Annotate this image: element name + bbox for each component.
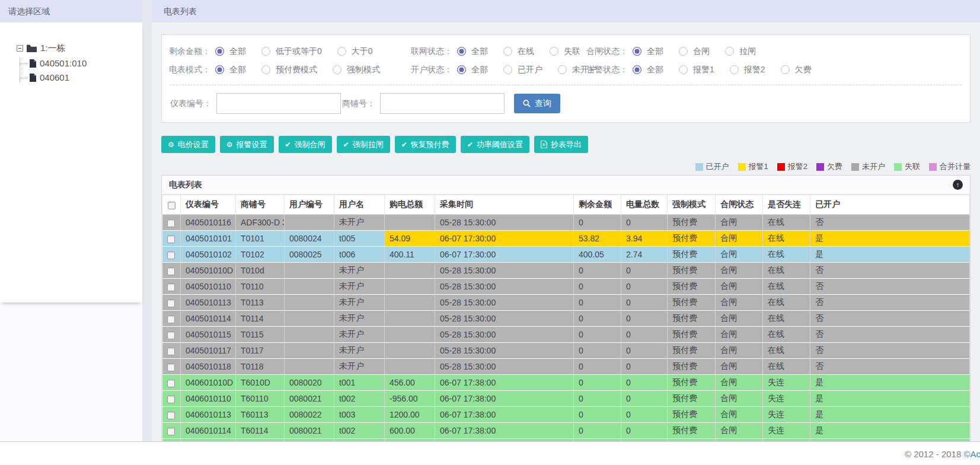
row-checkbox[interactable] [167,364,175,371]
row-checkbox[interactable] [167,219,175,227]
row-checkbox[interactable] [167,332,175,339]
radio-option[interactable]: 在线 [503,46,534,57]
legend-label: 失联 [905,161,920,172]
legend-swatch [695,163,703,171]
column-header-强制模式: 强制模式 [668,195,716,215]
radio-icon [725,47,734,56]
row-checkbox[interactable] [167,316,175,323]
row-checkbox[interactable] [167,267,175,275]
radio-option[interactable]: 全部 [457,65,488,75]
collapse-up-icon[interactable]: ↑ [953,180,963,190]
cell-已开户: 是 [810,391,970,407]
toolbar-button-报警设置[interactable]: ⚙报警设置 [220,136,274,153]
filter-group-label: 联网状态： [407,46,452,57]
radio-option[interactable]: 大于0 [337,46,373,57]
row-checkbox[interactable] [167,284,175,291]
cell-已开户: 否 [810,311,970,327]
radio-option[interactable]: 全部 [215,46,246,57]
legend-swatch [894,163,902,171]
row-checkbox[interactable] [167,348,175,355]
check-icon: ✔ [285,141,291,148]
radio-option-label: 大于0 [352,46,373,57]
cell-是否失连: 在线 [763,311,810,327]
cell-用户名: 未开户 [334,359,385,375]
legend-swatch [929,163,937,171]
cell-已开户: 否 [810,359,970,375]
cell-已开户: 否 [810,263,970,279]
tree-leaf-meter[interactable]: 040601 [20,72,142,82]
cell-购电总额 [385,263,435,279]
content: 剩余金额：全部低于或等于0大于0联网状态：全部在线失联合闸状态：全部合闸拉闸电表… [152,23,980,456]
toolbar-button-电价设置[interactable]: ⚙电价设置 [161,136,215,153]
row-checkbox[interactable] [167,300,175,307]
cell-电量总数: 0 [621,391,668,407]
toolbar-button-功率阈值设置[interactable]: ✔功率阈值设置 [461,136,529,153]
search-button[interactable]: 查询 [514,94,560,113]
toolbar-button-label: 强制拉闸 [353,139,384,150]
radio-option[interactable]: 全部 [215,65,246,75]
radio-option[interactable]: 预付费模式 [261,65,317,75]
cell-已开户: 否 [810,343,970,359]
toolbar-button-强制拉闸[interactable]: ✔强制拉闸 [337,136,390,153]
meter-no-input[interactable] [216,93,341,114]
radio-option[interactable]: 全部 [633,65,663,75]
toolbar-button-抄表导出[interactable]: 抄表导出 [534,136,588,153]
cell-用户名: t002 [334,391,385,407]
radio-option[interactable]: 报警1 [679,65,714,75]
tree-node-building[interactable]: 1:一栋 [17,43,142,54]
row-checkbox[interactable] [167,251,175,259]
legend-label: 欠费 [827,161,842,172]
legend-item: 已开户 [695,161,729,172]
cell-采集时间: 05-28 15:30:00 [435,263,574,279]
legend-item: 报警2 [777,161,807,172]
folder-icon [27,44,37,52]
toolbar-button-恢复预付费[interactable]: ✔恢复预付费 [395,136,456,153]
radio-option-label: 合闸 [693,46,710,57]
tree-collapse-icon[interactable] [17,45,23,52]
cell-用户编号 [285,343,334,359]
cell-剩余金额: 0 [574,407,621,423]
brand-link[interactable]: ©Acr [963,449,980,459]
cell-电量总数: 0 [621,279,668,295]
tree-leaf-meter[interactable]: 040501:010 [20,58,142,68]
cell-合闸状态: 合闸 [716,279,763,295]
radio-option[interactable]: 全部 [633,46,663,57]
radio-option-label: 全部 [229,65,246,75]
row-checkbox[interactable] [167,380,175,387]
row-checkbox[interactable] [167,428,175,435]
radio-icon [215,65,224,74]
radio-option[interactable]: 全部 [457,46,488,57]
radio-option[interactable]: 失联 [550,46,580,57]
column-header-电量总数: 电量总数 [621,195,668,215]
cell-已开户: 是 [810,423,970,439]
radio-option[interactable]: 拉闸 [725,46,756,57]
cell-用户名: 未开户 [334,295,385,311]
cell-是否失连: 失连 [763,407,810,423]
cell-剩余金额: 0 [574,375,621,391]
radio-icon [633,65,641,74]
radio-option[interactable]: 报警2 [730,65,765,75]
select-all-checkbox[interactable] [168,202,175,209]
shop-no-input[interactable] [380,93,505,114]
legend-label: 合并计量 [940,161,971,172]
radio-icon [679,65,688,74]
radio-option[interactable]: 强制模式 [333,65,380,75]
radio-option[interactable]: 已开户 [503,65,542,75]
radio-option[interactable]: 低于或等于0 [261,46,322,57]
row-checkbox[interactable] [167,412,175,419]
row-checkbox[interactable] [167,396,175,403]
cell-用户名: t006 [334,247,385,263]
row-checkbox[interactable] [167,235,175,243]
cell-购电总额 [385,343,435,359]
radio-option[interactable]: 合闸 [679,46,710,57]
cell-合闸状态: 合闸 [716,295,763,311]
cell-是否失连: 在线 [763,247,810,263]
cell-用户编号 [285,359,334,375]
cell-剩余金额: 0 [574,311,621,327]
radio-option[interactable]: 欠费 [781,65,812,75]
toolbar-button-强制合闸[interactable]: ✔强制合闸 [279,136,332,153]
table-row: 0405010113T0113未开户05-28 15:30:0000预付费合闸在… [162,295,970,311]
table-row: 040601010DT6010D0080020t001456.0006-07 1… [162,375,970,391]
copyright-years: © 2012 - 2018 [905,449,963,459]
filter-card: 剩余金额：全部低于或等于0大于0联网状态：全部在线失联合闸状态：全部合闸拉闸电表… [161,34,971,123]
